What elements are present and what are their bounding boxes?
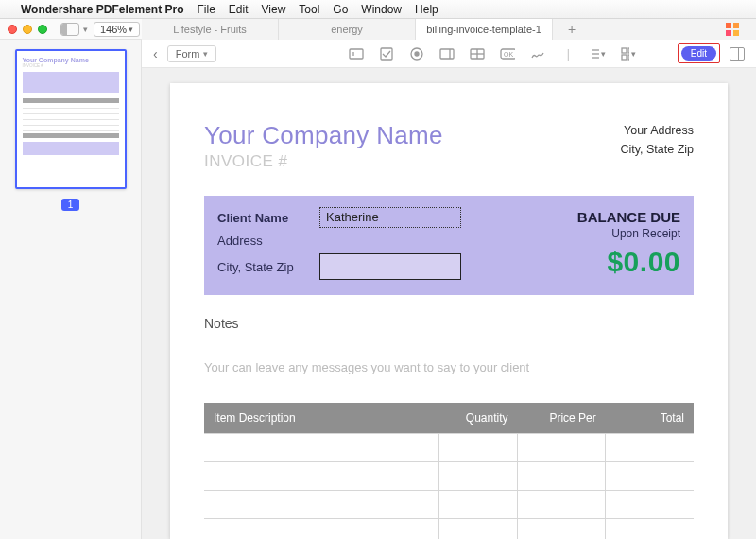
form-label: Form bbox=[176, 48, 200, 60]
svg-rect-5 bbox=[440, 49, 454, 59]
signature-icon[interactable] bbox=[530, 47, 545, 61]
city-state-zip-field[interactable] bbox=[319, 253, 461, 280]
form-dropdown[interactable]: Form ▾ bbox=[167, 45, 217, 62]
checkbox-icon[interactable] bbox=[379, 47, 394, 61]
client-name-label: Client Name bbox=[217, 211, 319, 225]
invoice-number-label: INVOICE # bbox=[204, 152, 443, 171]
radio-button-icon[interactable] bbox=[409, 47, 424, 61]
mac-menubar: Wondershare PDFelement Pro File Edit Vie… bbox=[0, 0, 756, 19]
back-button[interactable]: ‹ bbox=[153, 46, 158, 61]
minimize-window-icon[interactable] bbox=[23, 25, 32, 34]
close-window-icon[interactable] bbox=[8, 25, 17, 34]
balance-amount: $0.00 bbox=[607, 246, 680, 278]
sidebar-toggle-icon[interactable] bbox=[60, 23, 79, 36]
page-number-badge: 1 bbox=[61, 199, 80, 211]
address-line: Your Address bbox=[620, 121, 694, 140]
tab-lifestyle[interactable]: Lifestyle - Fruits bbox=[142, 19, 279, 40]
zoom-window-icon[interactable] bbox=[38, 25, 47, 34]
svg-rect-16 bbox=[628, 48, 629, 53]
pdf-page: Your Company Name INVOICE # Your Address… bbox=[170, 83, 728, 539]
menu-go[interactable]: Go bbox=[333, 3, 348, 16]
thumbnail-sidebar: Your Company Name INVOICE # 1 bbox=[0, 40, 142, 539]
document-canvas[interactable]: Your Company Name INVOICE # Your Address… bbox=[142, 68, 756, 539]
client-name-field[interactable]: Katherine bbox=[319, 207, 461, 228]
tab-energy[interactable]: energy bbox=[279, 19, 416, 40]
svg-rect-2 bbox=[381, 48, 392, 60]
more-tools-dropdown[interactable]: ▾ bbox=[621, 47, 636, 61]
svg-rect-0 bbox=[350, 49, 363, 59]
document-toolbar: ‹ Form ▾ OK | ▾ ▾ Edit bbox=[142, 40, 756, 68]
right-panel-toggle-icon[interactable] bbox=[730, 47, 745, 61]
table-row[interactable] bbox=[204, 462, 694, 491]
chevron-down-icon: ▾ bbox=[129, 25, 133, 34]
notes-heading: Notes bbox=[204, 316, 694, 339]
menu-tool[interactable]: Tool bbox=[299, 3, 319, 16]
menu-view[interactable]: View bbox=[262, 3, 286, 16]
notes-placeholder[interactable]: Your can leave any messages you want to … bbox=[204, 360, 694, 374]
combo-box-icon[interactable] bbox=[439, 47, 455, 61]
tab-billing-invoice[interactable]: billing-invoice-template-1 bbox=[416, 19, 553, 40]
chevron-down-icon: ▾ bbox=[203, 49, 208, 59]
table-row[interactable] bbox=[204, 491, 694, 519]
table-row[interactable] bbox=[204, 434, 694, 462]
app-name[interactable]: Wondershare PDFelement Pro bbox=[21, 3, 184, 16]
tab-strip: Lifestyle - Fruits energy billing-invoic… bbox=[142, 19, 756, 40]
chevron-down-icon[interactable]: ▾ bbox=[83, 25, 88, 34]
address-label: Address bbox=[217, 234, 319, 248]
form-tool-icons: OK | ▾ ▾ bbox=[349, 47, 636, 61]
line-items-table: Item Description Quantity Price Per Tota… bbox=[204, 403, 694, 539]
edit-button[interactable]: Edit bbox=[681, 46, 716, 61]
page-thumbnail-1[interactable]: Your Company Name INVOICE # bbox=[15, 49, 127, 189]
window-controls bbox=[8, 25, 47, 34]
svg-point-4 bbox=[415, 52, 419, 56]
balance-terms: Upon Receipt bbox=[611, 227, 680, 240]
menu-file[interactable]: File bbox=[198, 3, 215, 16]
divider bbox=[204, 339, 694, 339]
edit-button-highlight: Edit bbox=[678, 43, 720, 63]
button-field-icon[interactable]: OK bbox=[500, 47, 515, 61]
app-grid-icon[interactable] bbox=[726, 23, 739, 36]
tab-label: Lifestyle - Fruits bbox=[173, 24, 247, 35]
menu-edit[interactable]: Edit bbox=[229, 3, 249, 16]
menu-window[interactable]: Window bbox=[361, 3, 402, 16]
balance-due-label: BALANCE DUE bbox=[577, 209, 680, 225]
tab-label: energy bbox=[331, 24, 363, 35]
list-box-icon[interactable] bbox=[470, 47, 485, 61]
chevron-down-icon: ▾ bbox=[631, 49, 636, 59]
col-item-description: Item Description bbox=[204, 403, 439, 434]
tab-label: billing-invoice-template-1 bbox=[426, 24, 541, 35]
chevron-down-icon: ▾ bbox=[601, 49, 606, 59]
zoom-dropdown[interactable]: 146% ▾ bbox=[94, 22, 140, 37]
city-state-zip-label: City, State Zip bbox=[217, 260, 319, 274]
align-dropdown[interactable]: ▾ bbox=[591, 47, 606, 61]
menu-help[interactable]: Help bbox=[415, 3, 438, 16]
zoom-value: 146% bbox=[100, 24, 127, 35]
company-name: Your Company Name bbox=[204, 121, 443, 150]
text-field-icon[interactable] bbox=[349, 47, 364, 61]
svg-rect-18 bbox=[628, 55, 629, 60]
col-price-per: Price Per bbox=[518, 403, 606, 434]
new-tab-button[interactable]: + bbox=[553, 19, 591, 40]
col-total: Total bbox=[606, 403, 694, 434]
svg-rect-17 bbox=[622, 55, 627, 60]
svg-text:OK: OK bbox=[504, 51, 513, 58]
table-row[interactable] bbox=[204, 519, 694, 540]
company-address: Your Address City, State Zip bbox=[620, 121, 694, 159]
client-balance-band: Client Name Katherine BALANCE DUE Upon R… bbox=[204, 196, 694, 295]
divider: | bbox=[560, 47, 576, 61]
svg-rect-15 bbox=[622, 48, 627, 53]
address-line: City, State Zip bbox=[620, 140, 694, 159]
col-quantity: Quantity bbox=[439, 403, 518, 434]
